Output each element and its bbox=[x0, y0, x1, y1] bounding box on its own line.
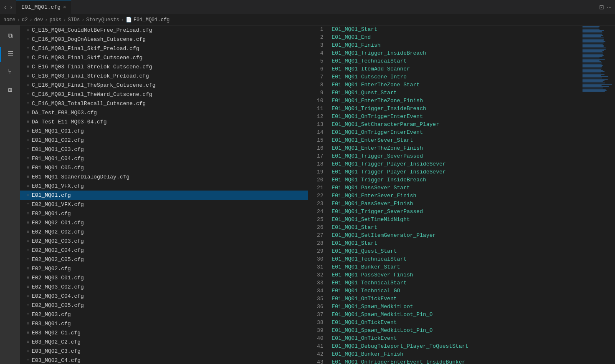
file-item[interactable]: ≡E02_MQ02_C01.cfg bbox=[20, 218, 308, 227]
file-item[interactable]: ≡E02_MQ01_VFX.cfg bbox=[20, 200, 308, 209]
file-item[interactable]: ≡E03_MQ01.cfg bbox=[20, 319, 308, 328]
activity-extensions-icon[interactable]: ⊞ bbox=[0, 83, 20, 98]
file-name: E02_MQ03_C04.cfg bbox=[32, 293, 84, 299]
file-item[interactable]: ≡E02_MQ03_C05.cfg bbox=[20, 301, 308, 310]
file-item[interactable]: ≡E01_MQ01_ScanerDialogDelay.cfg bbox=[20, 172, 308, 181]
breadcrumb-storyquests[interactable]: StoryQuests bbox=[86, 17, 119, 23]
minimap-line bbox=[582, 88, 603, 88]
code-line: E01_MQ01_Bunker_Finish bbox=[332, 350, 582, 358]
file-item[interactable]: ≡C_E16_MQ03_Final_Strelok_Cutscene.cfg bbox=[20, 62, 308, 71]
file-name: E02_MQ03_C01.cfg bbox=[32, 275, 84, 281]
file-item[interactable]: ≡E02_MQ02_C03.cfg bbox=[20, 236, 308, 246]
code-line: E01_MQ01_End bbox=[332, 33, 582, 41]
code-line: E01_MQ01_Bunker_Start bbox=[332, 263, 582, 271]
file-icon: ≡ bbox=[27, 340, 29, 344]
line-number: 37 bbox=[308, 311, 325, 319]
file-item[interactable]: ≡E01_MQ01_C03.cfg bbox=[20, 145, 308, 154]
file-item[interactable]: ≡E01_MQ01_C04.cfg bbox=[20, 154, 308, 163]
file-icon: ≡ bbox=[27, 230, 29, 234]
file-item[interactable]: ≡E03_MQ02_C1.cfg bbox=[20, 328, 308, 337]
file-item[interactable]: ≡E02_MQ03.cfg bbox=[20, 310, 308, 319]
activity-explorer-icon[interactable]: ☰ bbox=[0, 47, 20, 62]
file-item[interactable]: ≡E02_MQ03_C04.cfg bbox=[20, 291, 308, 301]
file-item[interactable]: ≡C_E15_MQ04_CouldNotBeFree_Preload.cfg bbox=[20, 25, 308, 35]
minimap[interactable] bbox=[582, 25, 615, 364]
file-icon: ≡ bbox=[27, 184, 29, 188]
file-name: E01_MQ01_C05.cfg bbox=[32, 165, 84, 171]
line-number: 6 bbox=[308, 65, 325, 73]
breadcrumb: home › d2 › dev › paks › SIDs › StoryQue… bbox=[0, 15, 615, 25]
line-number: 36 bbox=[308, 303, 325, 311]
breadcrumb-dev[interactable]: dev bbox=[34, 17, 43, 23]
file-name: C_E16_MQ03_Final_TheSpark_Cutscene.cfg bbox=[32, 82, 155, 88]
file-item[interactable]: ≡E02_MQ03_C02.cfg bbox=[20, 282, 308, 291]
tab-nav-buttons: ‹ › bbox=[0, 3, 16, 11]
file-icon: ≡ bbox=[27, 37, 29, 42]
file-item[interactable]: ≡C_E16_MQ03_Final_TheSpark_Cutscene.cfg bbox=[20, 80, 308, 90]
file-icon: ≡ bbox=[27, 294, 29, 299]
breadcrumb-d2[interactable]: d2 bbox=[22, 17, 28, 23]
minimap-line bbox=[582, 68, 602, 68]
split-editor-button[interactable]: ⊡ bbox=[599, 4, 604, 10]
file-item[interactable]: ≡E01_MQ01.cfg bbox=[20, 191, 308, 200]
file-item[interactable]: ≡E03_MQ02_C2.cfg bbox=[20, 337, 308, 346]
file-item[interactable]: ≡C_E16_MQ03_Final_Strelok_Preload.cfg bbox=[20, 71, 308, 80]
file-icon: ≡ bbox=[27, 101, 29, 106]
file-item[interactable]: ≡E02_MQ01.cfg bbox=[20, 209, 308, 218]
file-item[interactable]: ≡E02_MQ03_C01.cfg bbox=[20, 273, 308, 282]
code-line: E01_MQ01_SetItemGenerator_Player bbox=[332, 231, 582, 239]
file-item[interactable]: ≡E01_MQ01_VFX.cfg bbox=[20, 181, 308, 191]
file-tree[interactable]: ≡C_E15_MQ04_CouldNotBeFree_Preload.cfg≡C… bbox=[20, 25, 308, 364]
code-line: E01_MQ01_OnTriggerEnterEvent bbox=[332, 113, 582, 120]
minimap-line bbox=[582, 56, 602, 57]
file-icon: ≡ bbox=[27, 239, 29, 244]
file-item[interactable]: ≡E02_MQ02_C05.cfg bbox=[20, 255, 308, 264]
file-item[interactable]: ≡E01_MQ01_C02.cfg bbox=[20, 136, 308, 145]
minimap-line bbox=[582, 49, 606, 50]
activity-copy-icon[interactable]: ⧉ bbox=[0, 29, 20, 43]
file-item[interactable]: ≡DA_Test_E11_MQ03-04.cfg bbox=[20, 117, 308, 126]
file-item[interactable]: ≡E03_MQ02_C4.cfg bbox=[20, 356, 308, 364]
minimap-line bbox=[582, 65, 603, 66]
file-item[interactable]: ≡E02_MQ02_C04.cfg bbox=[20, 246, 308, 255]
tab-nav-back[interactable]: ‹ bbox=[3, 3, 8, 11]
file-name: C_E16_MQ03_Final_TheWard_Cutscene.cfg bbox=[32, 91, 152, 98]
code-content[interactable]: E01_MQ01_StartE01_MQ01_EndE01_MQ01_Finis… bbox=[329, 25, 582, 364]
file-item[interactable]: ≡E02_MQ02_C02.cfg bbox=[20, 227, 308, 236]
breadcrumb-home[interactable]: home bbox=[3, 17, 15, 23]
file-item[interactable]: ≡E03_MQ02_C3.cfg bbox=[20, 346, 308, 356]
file-item[interactable]: ≡E02_MQ02.cfg bbox=[20, 264, 308, 273]
code-line: E01_MQ01_EnterTheZone_Finish bbox=[332, 97, 582, 105]
breadcrumb-paks[interactable]: paks bbox=[49, 17, 61, 23]
tab-nav-forward[interactable]: › bbox=[9, 3, 14, 11]
code-line: E01_MQ01_Spawn_MedkitLoot bbox=[332, 303, 582, 311]
file-icon: ≡ bbox=[27, 276, 29, 280]
minimap-line bbox=[582, 75, 601, 76]
line-number: 5 bbox=[308, 57, 325, 65]
code-line: E01_MQ01_SetTimeMidNight bbox=[332, 216, 582, 223]
more-actions-button[interactable]: ··· bbox=[607, 4, 612, 10]
file-item[interactable]: ≡C_E16_MQ03_DogOnALeash_Cutscene.cfg bbox=[20, 35, 308, 44]
line-number: 29 bbox=[308, 247, 325, 255]
activity-git-icon[interactable]: ⑂ bbox=[0, 65, 20, 79]
file-item[interactable]: ≡E01_MQ01_C05.cfg bbox=[20, 163, 308, 172]
minimap-line bbox=[582, 90, 607, 91]
minimap-line bbox=[582, 53, 603, 53]
minimap-line bbox=[582, 85, 602, 86]
file-item[interactable]: ≡DA_Test_E08_MQ03.cfg bbox=[20, 108, 308, 117]
tab-e01mq01[interactable]: E01_MQ01.cfg × bbox=[16, 0, 71, 14]
file-item[interactable]: ≡C_E16_MQ03_Final_Skif_Preload.cfg bbox=[20, 44, 308, 53]
tab-close-button[interactable]: × bbox=[63, 5, 66, 10]
file-name: E01_MQ01_C01.cfg bbox=[32, 128, 84, 134]
file-name: DA_Test_E11_MQ03-04.cfg bbox=[32, 119, 106, 125]
file-item[interactable]: ≡C_E16_MQ03_TotalRecall_Cutscene.cfg bbox=[20, 99, 308, 108]
file-item[interactable]: ≡C_E16_MQ03_Final_Skif_Cutscene.cfg bbox=[20, 53, 308, 62]
code-editor: 1234567891011121314151617181920212223242… bbox=[308, 25, 615, 364]
file-item[interactable]: ≡C_E16_MQ03_Final_TheWard_Cutscene.cfg bbox=[20, 90, 308, 99]
file-icon: ≡ bbox=[27, 110, 29, 115]
minimap-line bbox=[582, 84, 612, 85]
breadcrumb-sids[interactable]: SIDs bbox=[68, 17, 80, 23]
file-name: E01_MQ01_C03.cfg bbox=[32, 146, 84, 153]
file-item[interactable]: ≡E01_MQ01_C01.cfg bbox=[20, 126, 308, 136]
file-name: E02_MQ02_C04.cfg bbox=[32, 247, 84, 254]
